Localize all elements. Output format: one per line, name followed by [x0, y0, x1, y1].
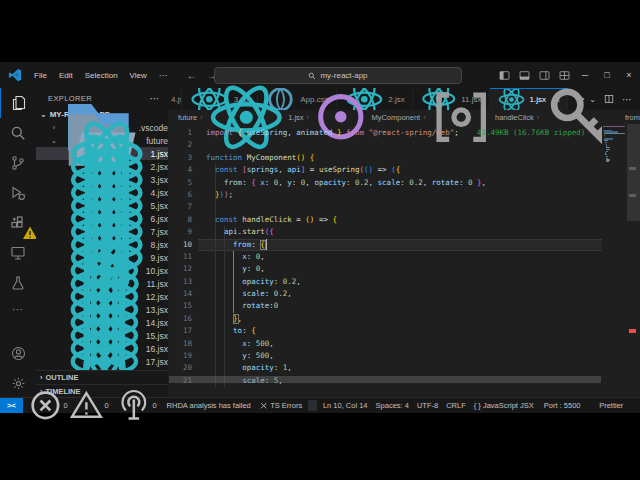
code-token: from	[233, 240, 251, 249]
activity-explorer[interactable]	[0, 88, 37, 118]
activity-run-debug[interactable]	[0, 178, 36, 208]
code-token: ,	[481, 178, 486, 187]
status-search-status[interactable]	[308, 400, 317, 411]
code-line-5[interactable]: from: { x: 0, y: 0, opacity: 0.2, scale:…	[206, 177, 602, 189]
code-line-11[interactable]: x: 0,	[206, 251, 602, 263]
section-outline[interactable]: ›OUTLINE	[36, 370, 168, 384]
code-token: :	[265, 178, 274, 187]
code-line-14[interactable]: scale: 0.2,	[206, 288, 602, 300]
code-line-15[interactable]: rotate:0	[206, 300, 602, 312]
minimap[interactable]	[602, 124, 627, 398]
toggle-panel-icon[interactable]	[519, 70, 530, 81]
tab-4-jsx[interactable]: 4.jsx	[168, 88, 182, 110]
menu-selection[interactable]: Selection	[79, 71, 124, 80]
code-line-19[interactable]: y: 500,	[206, 350, 602, 362]
code-token: ,	[369, 178, 378, 187]
minimap-line	[605, 142, 608, 143]
breadcrumb-label: MyComponent	[371, 113, 420, 122]
tower-icon	[117, 389, 151, 423]
vertical-scrollbar-thumb[interactable]	[627, 124, 640, 221]
menu-more[interactable]: ⋯	[153, 71, 173, 80]
chevron-down-icon: ⌄	[50, 137, 58, 145]
status-text: TS Errors	[270, 401, 302, 410]
file-label: 5.jsx	[151, 201, 168, 211]
breadcrumb-separator: ›	[200, 114, 202, 121]
testing-icon	[10, 275, 26, 291]
code-line-20[interactable]: opacity: 1,	[206, 362, 602, 374]
code-line-3[interactable]: function MyComponent() {	[206, 152, 602, 164]
status-cursor-position[interactable]: Ln 10, Col 14	[319, 398, 372, 413]
status-feedback[interactable]	[584, 398, 593, 413]
code-line-12[interactable]: y: 0,	[206, 263, 602, 275]
menu-edit[interactable]: Edit	[53, 71, 79, 80]
code-token: ,	[287, 363, 292, 372]
code-line-2[interactable]	[206, 139, 602, 151]
code-token: start	[242, 227, 265, 236]
vertical-scrollbar[interactable]	[627, 124, 640, 398]
file-label: 8.jsx	[151, 240, 168, 250]
file-label: 1.jsx	[151, 149, 168, 159]
explorer-icon	[11, 95, 27, 111]
activity-accounts[interactable]	[0, 338, 36, 368]
code-line-16[interactable]: },	[206, 313, 602, 325]
status-text: Spaces: 4	[376, 401, 409, 410]
activity-extensions[interactable]	[0, 208, 36, 238]
status-ts-errors[interactable]: TS Errors	[255, 398, 306, 413]
status-encoding[interactable]: UTF-8	[413, 398, 442, 413]
code-line-7[interactable]	[206, 201, 602, 213]
editor-content[interactable]: 123456789101112131415161718192021 import…	[168, 124, 640, 398]
status-eol[interactable]: CRLF	[442, 398, 470, 413]
activity-search[interactable]	[0, 118, 36, 148]
breadcrumb[interactable]: future›1.jsx›MyComponent›handleClick›fro…	[168, 110, 640, 124]
horizontal-scrollbar[interactable]	[169, 376, 601, 383]
activity-more-button[interactable]: ⋯	[12, 298, 24, 320]
code-line-13[interactable]: opacity: 0.2,	[206, 276, 602, 288]
status-tower-counter[interactable]: 0	[113, 398, 161, 413]
menu-file[interactable]: File	[28, 71, 53, 80]
menu-view[interactable]: View	[124, 71, 153, 80]
remote-explorer-icon	[10, 245, 26, 261]
status-language-mode[interactable]: { } JavaScript JSX	[470, 398, 538, 413]
code-line-1[interactable]: import { useSpring, animated } from "@re…	[206, 127, 602, 139]
line-number: 6	[168, 189, 196, 201]
activity-source-control[interactable]	[0, 148, 36, 178]
toggle-sidebar-icon[interactable]	[499, 70, 510, 81]
minimap-line	[606, 156, 609, 157]
code-token: useSpring	[319, 165, 360, 174]
code-token: :	[274, 363, 283, 372]
explorer-more-button[interactable]: ⋯	[150, 93, 160, 104]
file-tree: ›.vscode⌄future1.jsx2.jsx3.jsx4.jsx5.jsx…	[36, 121, 168, 368]
code-token: =>	[373, 165, 391, 174]
nav-back-button[interactable]: ←	[187, 70, 197, 81]
status-remote-indicator[interactable]: ><	[0, 398, 23, 413]
breadcrumb-future[interactable]: future	[178, 113, 197, 122]
code-token: opacity	[314, 178, 346, 187]
code-line-18[interactable]: x: 500,	[206, 338, 602, 350]
code-token	[206, 363, 242, 372]
code-token: :	[292, 178, 301, 187]
section-label: OUTLINE	[46, 373, 79, 382]
status-indentation[interactable]: Spaces: 4	[372, 398, 413, 413]
line-number: 10	[168, 239, 196, 251]
chevron-right-icon: ›	[50, 124, 58, 131]
status-prettier[interactable]: Prettier	[593, 398, 627, 413]
activity-testing[interactable]	[0, 268, 36, 298]
status-text: 0	[152, 401, 156, 410]
code-line-9[interactable]: api.start({	[206, 226, 602, 238]
file-17-jsx[interactable]: 17.jsx	[36, 355, 168, 368]
code-token	[206, 190, 215, 199]
status-problems[interactable]: 00	[25, 398, 113, 413]
activity-remote-explorer[interactable]	[0, 238, 36, 268]
file-label: 4.jsx	[151, 188, 168, 198]
status-notifications[interactable]	[627, 398, 636, 413]
breadcrumb-label: handleClick	[495, 113, 534, 122]
code-line-8[interactable]: const handleClick = () => {	[206, 214, 602, 226]
code-token: :	[400, 178, 409, 187]
status-live-server-port[interactable]: Port : 5500	[538, 398, 585, 413]
code-line-4[interactable]: const [springs, api] = useSpring(() => (…	[206, 164, 602, 176]
line-number: 4	[168, 164, 196, 176]
code-line-17[interactable]: to: {	[206, 325, 602, 337]
code-line-6[interactable]: }));	[206, 189, 602, 201]
status-rhda-status[interactable]: RHDA analysis has failed	[161, 398, 255, 413]
code-area[interactable]: import { useSpring, animated } from "@re…	[206, 127, 602, 387]
